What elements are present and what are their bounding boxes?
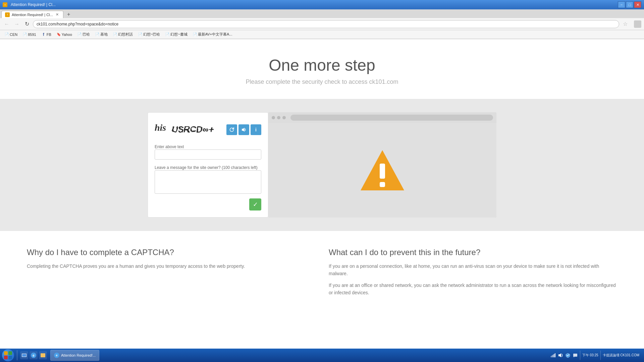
hero-section: One more step Please complete the securi…: [0, 39, 644, 99]
bookmark-label: 最新AV+中文字幕A...: [198, 32, 232, 37]
nav-bar: ← → ↻ ☆: [0, 18, 644, 30]
info-block-right: What can I do to prevent this in the fut…: [329, 248, 617, 301]
bookmark-huanxiang2[interactable]: 📄 幻想~巴哈: [136, 31, 162, 38]
bookmark-icon: 📄: [5, 33, 9, 37]
bookmark-icon: 📄: [165, 33, 169, 37]
bookmark-star-icon[interactable]: ☆: [621, 20, 629, 28]
bookmark-label: 巴哈: [83, 32, 90, 37]
captcha-distorted-image: USRCD∞+: [169, 119, 226, 136]
refresh-icon: [229, 127, 234, 132]
page-subtitle: Please complete the security check to ac…: [0, 78, 644, 85]
info-heading-right: What can I do to prevent this in the fut…: [329, 248, 617, 257]
info-block-left: Why do I have to complete a CAPTCHA? Com…: [27, 248, 315, 301]
captcha-text-input[interactable]: [155, 149, 261, 160]
bookmark-cen[interactable]: 📄 CEN: [3, 32, 19, 37]
bookmark-8591[interactable]: 📄 8591: [21, 32, 38, 37]
audio-icon: [241, 127, 247, 132]
tab-label: Attention Required! | Cl...: [12, 13, 53, 17]
bookmark-jidi[interactable]: 📄 基地: [93, 31, 110, 38]
captcha-submit-button[interactable]: ✓: [249, 198, 261, 210]
info-text-right-2: If you are at an office or shared networ…: [329, 282, 617, 297]
bookmark-label: 幻想~書城: [170, 32, 187, 37]
tab-favicon: !: [3, 2, 7, 7]
bookmark-icon: 🔖: [57, 33, 61, 37]
preview-body: [268, 123, 496, 218]
tab-favicon-icon: !: [5, 12, 10, 17]
extension-icon[interactable]: [634, 20, 641, 28]
refresh-button[interactable]: ↻: [23, 20, 31, 28]
info-icon: i: [255, 127, 257, 132]
bookmark-yahoo[interactable]: 🔖 Yahoo: [55, 32, 74, 37]
preview-topbar: [268, 112, 496, 123]
maximize-button[interactable]: □: [626, 1, 633, 8]
bookmark-av[interactable]: 📄 最新AV+中文字幕A...: [191, 31, 234, 38]
warning-icon-container: [359, 148, 406, 192]
captcha-svg: USRCD∞+: [171, 119, 225, 136]
bookmark-fb[interactable]: f FB: [40, 32, 53, 37]
info-text-right-1: If you are on a personal connection, lik…: [329, 262, 617, 278]
close-button[interactable]: ✕: [634, 1, 641, 8]
captcha-message-textarea[interactable]: [155, 170, 261, 194]
info-section: Why do I have to complete a CAPTCHA? Com…: [0, 231, 644, 321]
message-label: Leave a message for the site owner? (100…: [155, 165, 258, 170]
bookmark-label: 幻想村話: [118, 32, 133, 37]
title-bar-title: Attention Required! | Cl...: [11, 2, 616, 7]
bookmark-label: 基地: [100, 32, 108, 37]
bookmark-icon: 📄: [77, 33, 82, 37]
title-bar: ! Attention Required! | Cl... − □ ✕: [0, 0, 644, 9]
preview-dot-1: [272, 116, 275, 119]
tab-bar: ! Attention Required! | Cl... ✕ +: [0, 9, 644, 18]
browser-window: ! Attention Required! | Cl... − □ ✕ ! At…: [0, 0, 644, 39]
captcha-action-buttons: i: [226, 124, 261, 135]
bookmark-icon: 📄: [193, 33, 197, 37]
captcha-refresh-button[interactable]: [226, 124, 237, 135]
window-controls: − □ ✕: [618, 1, 641, 8]
preview-dot-2: [277, 116, 280, 119]
new-tab-button[interactable]: +: [65, 11, 73, 18]
svg-text:USRCD∞+: USRCD∞+: [171, 124, 214, 134]
forward-button[interactable]: →: [13, 20, 21, 28]
bookmarks-bar: 📄 CEN 📄 8591 f FB 🔖 Yahoo 📄 巴哈 📄 基地 📄 幻想…: [0, 30, 644, 39]
captcha-image-area: his USRCD∞+: [155, 119, 226, 136]
info-heading-left: Why do I have to complete a CAPTCHA?: [27, 248, 315, 257]
warning-triangle-svg: [359, 148, 406, 192]
browser-tab[interactable]: ! Attention Required! | Cl... ✕: [1, 11, 63, 18]
bookmark-label: 8591: [28, 33, 36, 37]
captcha-box: his USRCD∞+: [148, 112, 268, 218]
page-title: One more step: [0, 56, 644, 74]
preview-dot-3: [282, 116, 286, 119]
tab-close-button[interactable]: ✕: [55, 12, 60, 17]
bookmark-icon: 📄: [138, 33, 142, 37]
main-section: his USRCD∞+: [0, 99, 644, 231]
browser-preview-panel: [268, 112, 496, 218]
svg-rect-3: [380, 164, 385, 179]
bookmark-icon: f: [42, 33, 46, 37]
back-button[interactable]: ←: [3, 20, 11, 28]
captcha-submit-row: ✓: [155, 198, 261, 210]
svg-rect-4: [380, 182, 385, 187]
bookmark-label: 幻想~巴哈: [143, 32, 160, 37]
bookmark-huanxiang1[interactable]: 📄 幻想村話: [111, 31, 135, 38]
captcha-audio-button[interactable]: [238, 124, 249, 135]
address-bar[interactable]: [33, 20, 619, 28]
info-text-left: Completing the CAPTCHA proves you are a …: [27, 262, 315, 270]
enter-text-label: Enter above text: [155, 144, 184, 149]
browser-action-icons: [634, 20, 641, 28]
checkmark-icon: ✓: [253, 201, 258, 208]
bookmark-icon: 📄: [23, 33, 27, 37]
bookmark-icon: 📄: [95, 33, 99, 37]
bookmark-label: CEN: [10, 33, 17, 37]
captcha-word-display: his: [155, 122, 166, 133]
page-content: One more step Please complete the securi…: [0, 39, 644, 321]
minimize-button[interactable]: −: [618, 1, 625, 8]
bookmark-baha[interactable]: 📄 巴哈: [75, 31, 92, 38]
captcha-header: his USRCD∞+: [155, 119, 261, 140]
preview-url-bar: [290, 115, 493, 121]
svg-marker-1: [242, 128, 245, 132]
bookmark-icon: 📄: [113, 33, 117, 37]
captcha-info-button[interactable]: i: [251, 124, 261, 135]
bookmark-huanxiang3[interactable]: 📄 幻想~書城: [163, 31, 189, 38]
bookmark-label: Yahoo: [62, 33, 72, 37]
bookmark-label: FB: [47, 33, 51, 37]
